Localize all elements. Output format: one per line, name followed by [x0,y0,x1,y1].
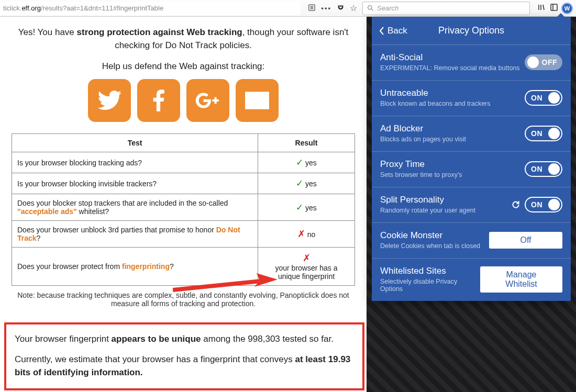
panel-row-text: Whitelisted SitesSelectively disable Pri… [380,266,480,293]
panel-row: Proxy TimeSets browser time to proxy'sON [372,152,571,187]
url-prefix: ticlick. [3,4,21,12]
panel-button[interactable]: Off [489,232,562,249]
check-icon: ✓ [296,178,303,188]
panel-row-desc: Sets browser time to proxy's [380,171,462,178]
panel-row: Split PersonalityRandomly rotate your us… [372,187,571,223]
privacy-extension-icon[interactable]: W [562,4,572,13]
pocket-icon[interactable] [337,4,345,13]
url-path: /results?aat=1&dnt=111#fingerprintTable [41,4,163,12]
svg-rect-9 [551,4,557,10]
inline-link[interactable]: Do Not Track [17,226,240,242]
panel-row-text: Cookie MonsterDelete Cookies when tab is… [380,230,480,250]
refresh-icon[interactable] [511,200,520,209]
panel-row-desc: EXPERIMENTAL: Remove social media button… [380,64,520,72]
help-line: Help us defend the Web against tracking: [0,61,367,72]
search-bar[interactable]: Search [362,2,530,15]
share-facebook[interactable] [137,79,180,122]
test-cell: Does your browser unblock 3rd parties th… [12,221,258,248]
url-domain: eff.org [21,4,41,12]
url-bar[interactable]: ticlick.eff.org/results?aat=1&dnt=111#fi… [0,2,301,15]
results-th-result: Result [258,134,355,152]
test-cell: Does your blocker stop trackers that are… [12,194,258,221]
headline-bold: strong protection against Web tracking [77,27,242,37]
svg-line-5 [371,9,373,10]
result-cell: ✗ no [258,221,355,248]
panel-button[interactable]: Manage Whitelist [480,266,562,293]
result-cell: ✓ yes [258,152,355,173]
bookmark-star-icon[interactable]: ☆ [350,3,357,13]
panel-row: Anti-SocialEXPERIMENTAL: Remove social m… [372,45,571,81]
toggle[interactable]: ON [525,197,562,212]
toggle-label: ON [531,200,542,209]
toggle-wrap: ON [525,161,562,177]
fingerprint-callout: Your browser fingerprint appears to be u… [4,322,364,390]
panel-row-desc: Delete Cookies when tab is closed [380,242,480,250]
cross-icon: ✗ [297,229,305,239]
callout-line-2: Currently, we estimate that your browser… [15,353,354,379]
panel-row-title: Proxy Time [380,159,462,170]
toggle-wrap: ON [525,90,562,106]
panel-row-desc: Randomly rotate your user agent [380,207,475,214]
results-th-test: Test [12,134,258,152]
test-cell: Is your browser blocking tracking ads? [12,152,258,173]
callout-1a: Your browser fingerprint [15,334,112,344]
panel-row-text: UntraceableBlock known ad beacons and tr… [380,88,491,107]
panel-row: Whitelisted SitesSelectively disable Pri… [372,259,571,301]
check-icon: ✓ [296,203,303,212]
share-email[interactable] [236,79,279,122]
share-googleplus[interactable] [186,79,229,122]
privacy-options-panel: Back Privacy Options Anti-SocialEXPERIME… [372,17,571,301]
panel-row-desc: Block known ad beacons and trackers [380,100,491,107]
results-note: Note: because tracking techniques are co… [10,291,356,308]
svg-line-8 [543,5,544,10]
headline-pre: Yes! You have [18,27,77,37]
reader-mode-icon[interactable] [308,4,316,13]
panel-back-button[interactable]: Back [379,17,407,44]
result-cell: ✗ your browser has a unique fingerprint [258,248,355,286]
table-row: Does your blocker stop trackers that are… [12,194,355,221]
page-actions-icon[interactable]: ••• [321,4,331,12]
cross-icon: ✗ [303,253,311,263]
url-actions: ••• ☆ [303,3,362,13]
chevron-left-icon [379,27,384,35]
test-cell: Is your browser blocking invisible track… [12,173,258,194]
panel-row-desc: Selectively disable Privacy Options [380,278,480,293]
library-icon[interactable] [537,3,546,13]
toggle-wrap: ON [511,197,562,212]
toggle[interactable]: ON [525,90,562,106]
toggle-label: ON [531,94,542,102]
toggle-knob [548,92,560,104]
panel-row-text: Ad BlockerBlocks ads on pages you visit [380,124,466,143]
panel-row: UntraceableBlock known ad beacons and tr… [372,81,571,116]
panel-row-text: Anti-SocialEXPERIMENTAL: Remove social m… [380,52,520,72]
panel-row-text: Split PersonalityRandomly rotate your us… [380,195,475,214]
table-row: Is your browser blocking tracking ads?✓ … [12,152,355,173]
toggle[interactable]: ON [525,161,562,177]
panel-row-title: Untraceable [380,88,491,98]
toggle-knob [527,57,539,68]
page-content: Yes! You have strong protection against … [0,17,367,390]
toggle-knob [548,163,560,175]
share-row [0,79,367,122]
search-placeholder: Search [377,4,398,12]
toggle-label: OFF [542,58,558,66]
toggle-knob [548,128,560,139]
result-cell: ✓ yes [258,194,355,221]
panel-row-title: Whitelisted Sites [380,266,480,276]
toggle-label: ON [531,165,542,173]
check-icon: ✓ [296,158,303,167]
browser-toolbar: ticlick.eff.org/results?aat=1&dnt=111#fi… [0,0,576,17]
results-table: Test Result Is your browser blocking tra… [12,133,355,286]
svg-point-4 [368,6,372,9]
toggle[interactable]: OFF [525,54,562,70]
callout-line-1: Your browser fingerprint appears to be u… [15,333,354,346]
toggle-knob [548,199,560,210]
toggle[interactable]: ON [525,126,562,141]
inline-link[interactable]: "acceptable ads" [17,207,77,216]
panel-row-desc: Blocks ads on pages you visit [380,136,466,143]
share-twitter[interactable] [88,79,131,122]
callout-2a: Currently, we estimate that your browser… [15,354,295,364]
inline-link[interactable]: fingerprinting [122,262,170,271]
table-row: Is your browser blocking invisible track… [12,173,355,194]
sidebar-icon[interactable] [550,3,558,13]
